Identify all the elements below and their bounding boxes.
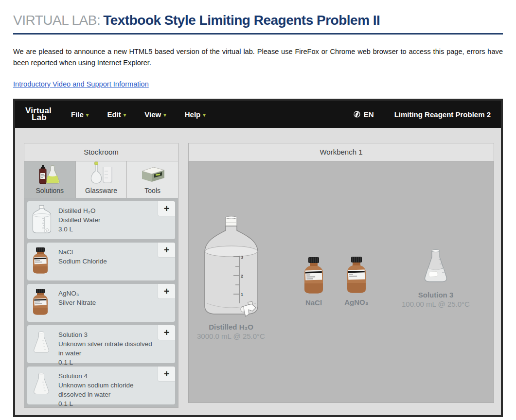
amber-bottle-graphic xyxy=(302,257,325,295)
stockroom-list: Distilled H₂O Distilled Water 3.0 L + xyxy=(24,198,178,408)
menu-file[interactable]: File▾ xyxy=(71,110,89,119)
app-content: Stockroom xyxy=(15,128,501,415)
item-amount: 0.1 L xyxy=(58,399,156,408)
svg-text:3: 3 xyxy=(241,255,243,260)
tab-label: Glassware xyxy=(85,187,117,194)
menu-help[interactable]: Help▾ xyxy=(185,110,206,119)
page-title: VIRTUAL LAB:Textbook Style Limiting Reag… xyxy=(13,13,503,35)
item-name: NaCl xyxy=(58,247,156,257)
chevron-down-icon: ▾ xyxy=(203,112,206,118)
stock-item-nacl[interactable]: NaCl Sodium Chloride + xyxy=(27,243,175,280)
add-to-workbench-button[interactable]: + xyxy=(158,201,175,216)
menubar-right: EN Limiting Reagent Problem 2 xyxy=(353,110,491,119)
item-name: Solution 3 xyxy=(58,330,156,339)
logo-line2: Lab xyxy=(25,114,52,121)
object-label: Distilled H₂O xyxy=(190,323,272,331)
flask-icon xyxy=(32,331,51,357)
workbench-carboy-distilled-water[interactable]: 3 2 1 Distilled H₂O 3000.0 mL @ 25.0°C xyxy=(190,216,272,340)
svg-text:2: 2 xyxy=(241,274,243,279)
add-to-workbench-button[interactable]: + xyxy=(158,325,175,340)
globe-icon xyxy=(353,110,361,118)
object-label: AgNO₃ xyxy=(341,298,372,306)
stock-item-solution-4[interactable]: Solution 4 Unknown sodium chloride disso… xyxy=(27,367,175,404)
page-title-main: Textbook Style Limiting Reagents Problem… xyxy=(103,13,380,28)
workbench-bottle-agno3[interactable]: AgNO₃ xyxy=(341,256,372,306)
workbench-surface: 3 2 1 Distilled H₂O 3000.0 mL @ 25.0°C xyxy=(188,161,494,403)
add-to-workbench-button[interactable]: + xyxy=(158,367,175,382)
add-to-workbench-button[interactable]: + xyxy=(158,243,175,258)
virtual-lab-logo: Virtual Lab xyxy=(25,107,52,121)
tab-solutions[interactable]: Solutions xyxy=(24,161,76,198)
stockroom-tabs: Solutions Glassware xyxy=(24,161,178,198)
menu-view[interactable]: View▾ xyxy=(144,110,166,119)
glassware-icon xyxy=(89,162,114,186)
tab-tools[interactable]: Tools xyxy=(127,161,178,198)
chevron-down-icon: ▾ xyxy=(124,112,126,118)
stockroom-header: Stockroom xyxy=(24,143,178,161)
item-desc: Silver Nitrate xyxy=(58,298,156,307)
object-label: NaCl xyxy=(298,298,329,307)
intro-video-link[interactable]: Introductory Video and Support Informati… xyxy=(13,80,149,88)
object-sublabel: 100.00 mL @ 25.0°C xyxy=(394,300,477,308)
intro-text: We are pleased to announce a new HTML5 b… xyxy=(13,46,503,69)
language-selector[interactable]: EN xyxy=(353,110,374,119)
workbench-flask-solution-3[interactable]: Solution 3 100.00 mL @ 25.0°C xyxy=(394,249,477,308)
item-name: Solution 4 xyxy=(58,371,156,381)
workbench-panel: Workbench 1 3 xyxy=(188,143,494,403)
tab-glassware[interactable]: Glassware xyxy=(76,161,127,198)
amber-bottle-graphic xyxy=(345,256,368,294)
erlenmeyer-flask-graphic xyxy=(422,249,450,287)
amber-bottle-icon xyxy=(32,288,49,317)
item-desc: Unknown silver nitrate dissolved in wate… xyxy=(58,339,156,358)
carboy-icon xyxy=(32,205,52,236)
item-desc: Unknown sodium chloride dissolved in wat… xyxy=(58,381,156,399)
chevron-down-icon: ▾ xyxy=(86,112,89,118)
menu-items: File▾ Edit▾ View▾ Help▾ xyxy=(71,110,206,119)
chevron-down-icon: ▾ xyxy=(163,112,166,118)
tab-label: Tools xyxy=(144,187,160,194)
locale-label: EN xyxy=(364,110,374,119)
page-header: VIRTUAL LAB:Textbook Style Limiting Reag… xyxy=(0,0,516,88)
stockroom-panel: Stockroom xyxy=(24,143,178,408)
page-title-prefix: VIRTUAL LAB: xyxy=(13,13,100,28)
problem-title: Limiting Reagent Problem 2 xyxy=(394,110,491,119)
tab-label: Solutions xyxy=(36,187,64,194)
svg-text:1: 1 xyxy=(241,292,243,297)
object-sublabel: 3000.0 mL @ 25.0°C xyxy=(190,332,272,340)
stock-item-agno3[interactable]: AgNO₃ Silver Nitrate + xyxy=(27,284,175,322)
item-amount: 0.1 L xyxy=(58,358,156,367)
item-amount: 3.0 L xyxy=(58,225,156,234)
item-desc: Distilled Water xyxy=(58,215,156,225)
carboy-graphic: 3 2 1 xyxy=(201,216,262,319)
item-desc: Sodium Chloride xyxy=(58,257,156,266)
item-name: AgNO₃ xyxy=(58,289,156,298)
amber-bottle-icon xyxy=(32,247,49,276)
virtual-lab-frame: Virtual Lab File▾ Edit▾ View▾ Help▾ EN L… xyxy=(13,99,503,417)
stock-item-distilled-water[interactable]: Distilled H₂O Distilled Water 3.0 L + xyxy=(27,201,175,239)
workbench-bottle-nacl[interactable]: NaCl xyxy=(298,257,329,307)
tools-icon xyxy=(139,162,166,186)
menu-edit[interactable]: Edit▾ xyxy=(107,110,126,119)
menu-bar: Virtual Lab File▾ Edit▾ View▾ Help▾ EN L… xyxy=(15,101,501,128)
workbench-header: Workbench 1 xyxy=(188,143,494,161)
solutions-icon xyxy=(37,162,62,186)
item-name: Distilled H₂O xyxy=(58,206,156,215)
flask-icon xyxy=(32,372,51,399)
object-label: Solution 3 xyxy=(394,291,477,299)
add-to-workbench-button[interactable]: + xyxy=(158,284,175,299)
stock-item-solution-3[interactable]: Solution 3 Unknown silver nitrate dissol… xyxy=(27,325,175,363)
